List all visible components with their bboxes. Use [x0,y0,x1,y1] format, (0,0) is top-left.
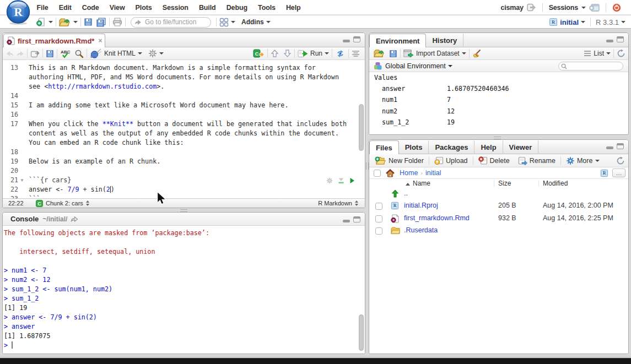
import-dataset-button[interactable]: Import Dataset [416,50,460,57]
r-version-caret-icon[interactable] [621,21,625,23]
save-all-icon[interactable] [96,18,106,27]
menu-session[interactable]: Session [157,4,193,12]
tab-environment[interactable]: Environment [369,34,426,48]
minimize-icon[interactable] [606,143,613,149]
maximize-icon[interactable] [617,143,624,149]
file-name-link[interactable]: .Ruserdata [404,224,438,236]
menu-file[interactable]: File [31,4,53,12]
home-icon[interactable] [386,169,395,177]
rerun-icon[interactable] [335,50,346,58]
file-name-link[interactable]: initial.Rproj [404,199,438,211]
import-dataset-caret-icon[interactable] [462,52,466,55]
tab-history[interactable]: History [426,34,463,47]
new-folder-button[interactable]: New Folder [373,156,426,165]
maximize-icon[interactable] [617,36,624,42]
menu-debug[interactable]: Debug [221,4,252,12]
environment-scope-selector[interactable]: Global Environment [385,62,446,70]
menu-tools[interactable]: Tools [253,4,281,12]
pane-layout-icon[interactable] [219,18,229,27]
fold-marker-icon[interactable]: ▼ [20,176,26,185]
delete-button[interactable]: Delete [476,156,512,165]
tab-packages[interactable]: Packages [429,140,474,154]
spellcheck-icon[interactable]: ABC [60,49,71,58]
maximize-icon[interactable] [353,36,360,42]
chunk-options-gear-icon[interactable] [326,177,333,184]
more-button[interactable]: More [564,156,602,165]
forward-icon[interactable] [16,50,24,57]
knit-icon[interactable]: s [90,48,102,58]
tab-help[interactable]: Help [474,140,503,154]
load-workspace-icon[interactable] [374,49,385,58]
new-session-icon[interactable] [589,3,600,12]
pane-layout-caret-icon[interactable] [231,21,235,23]
file-name-link[interactable]: .. [404,187,408,199]
environment-scope-caret-icon[interactable] [448,65,452,67]
environment-variable-row[interactable]: num212 [369,106,628,117]
new-file-icon[interactable] [36,17,46,27]
upload-button[interactable]: Upload [432,156,470,165]
tab-files[interactable]: Files [369,140,399,155]
sign-out-icon[interactable] [527,3,536,12]
back-icon[interactable] [6,50,14,57]
prev-chunk-icon[interactable] [271,49,279,58]
file-name-link[interactable]: first_rmarkdown.Rmd [404,212,470,224]
breadcrumb-initial[interactable]: initial [425,169,441,177]
environment-variable-row[interactable]: num17 [369,94,628,105]
find-replace-icon[interactable] [74,49,84,58]
minimize-icon[interactable] [343,216,350,222]
console-scrollbar[interactable] [359,314,364,351]
print-icon[interactable] [112,18,122,26]
run-caret-icon[interactable] [325,52,329,55]
tab-first-rmarkdown[interactable]: first_rmarkdown.Rmd* × [3,34,105,48]
menu-plots[interactable]: Plots [130,4,157,12]
maximize-icon[interactable] [353,216,360,222]
menu-build[interactable]: Build [193,4,221,12]
breadcrumb-home[interactable]: Home [400,169,418,177]
environment-variable-row[interactable]: sum_1_219 [369,117,628,128]
run-chunk-icon[interactable] [349,177,355,184]
source-settings-caret-icon[interactable] [159,52,164,55]
menu-view[interactable]: View [104,4,130,12]
save-source-icon[interactable] [46,50,54,58]
run-chunks-above-icon[interactable] [338,177,344,184]
minimize-icon[interactable] [343,36,350,42]
ellipsis-button[interactable]: … [612,169,625,177]
menu-code[interactable]: Code [77,4,104,12]
source-console-splitter[interactable] [180,209,187,212]
goto-directory-icon[interactable] [71,216,78,222]
tab-viewer[interactable]: Viewer [503,140,539,154]
refresh-files-icon[interactable] [616,156,625,165]
project-menu[interactable]: initial [560,18,579,26]
save-icon[interactable] [84,18,93,26]
sort-size-header[interactable]: Size [498,180,511,187]
sort-name-header[interactable]: Name [406,180,430,187]
select-all-checkbox[interactable] [374,170,381,177]
rename-button[interactable]: Rename [515,156,558,165]
tab-plots[interactable]: Plots [399,140,429,154]
close-tab-icon[interactable]: × [98,37,102,45]
clear-workspace-broom-icon[interactable] [472,49,482,58]
menu-help[interactable]: Help [281,4,306,12]
source-editor[interactable]: 1213This is an R Markdown document. Mark… [3,61,365,198]
file-checkbox[interactable] [375,227,382,235]
addins-caret-icon[interactable] [266,21,271,23]
run-button[interactable]: Run [310,50,322,57]
next-chunk-icon[interactable] [283,49,292,58]
list-view-button[interactable]: List [594,50,604,57]
env-files-splitter[interactable] [494,137,501,139]
r-version-menu[interactable]: R 3.3.1 [596,18,619,26]
list-view-caret-icon[interactable] [606,52,611,55]
file-checkbox[interactable] [375,215,382,222]
import-dataset-icon[interactable] [403,49,414,58]
goto-file-search[interactable]: Go to file/function [131,17,211,28]
file-checkbox[interactable] [375,203,382,210]
refresh-environment-icon[interactable] [617,49,625,58]
new-file-caret-icon[interactable] [48,21,53,23]
console-output[interactable]: The following objects are masked from ‘p… [3,226,365,354]
save-workspace-icon[interactable] [389,50,397,58]
popout-icon[interactable] [30,50,40,58]
file-type-selector[interactable]: R Markdown [318,200,352,207]
environment-search-box[interactable] [558,62,623,70]
compile-notebook-icon[interactable]: C [253,49,265,58]
source-settings-gear-icon[interactable] [148,49,157,58]
